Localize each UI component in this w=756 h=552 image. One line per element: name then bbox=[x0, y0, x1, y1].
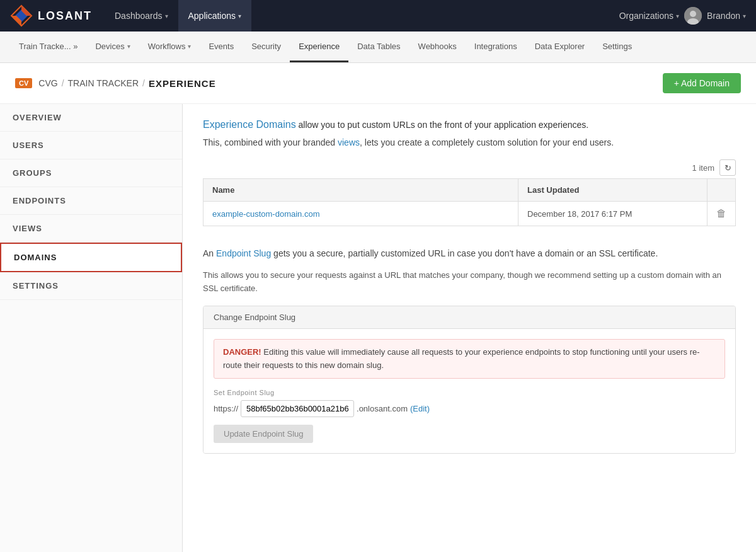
applications-chevron-icon: ▾ bbox=[238, 13, 241, 20]
sidebar-item-overview[interactable]: OVERVIEW bbox=[0, 104, 182, 132]
top-nav: LOSANT Dashboards ▾ Applications ▾ Organ… bbox=[0, 0, 756, 32]
sub-nav-devices[interactable]: Devices ▾ bbox=[86, 32, 139, 62]
devices-chevron-icon: ▾ bbox=[127, 43, 130, 50]
endpoint-slug-sub-description: This allows you to secure your requests … bbox=[203, 269, 736, 296]
breadcrumb: CV CVG / TRAIN TRACKER / EXPERIENCE bbox=[15, 78, 216, 89]
views-link[interactable]: views bbox=[338, 137, 360, 147]
main-content: Experience Domains allow you to put cust… bbox=[183, 104, 756, 552]
sub-nav-experience[interactable]: Experience bbox=[290, 32, 348, 62]
sidebar: OVERVIEW USERS GROUPS ENDPOINTS VIEWS DO… bbox=[0, 104, 183, 552]
update-slug-button[interactable]: Update Endpoint Slug bbox=[214, 425, 313, 443]
last-updated-cell: December 18, 2017 6:17 PM bbox=[518, 202, 707, 226]
sub-nav-workflows[interactable]: Workflows ▾ bbox=[139, 32, 200, 62]
sub-nav-integrations[interactable]: Integrations bbox=[466, 32, 526, 62]
title-description: allow you to put custom URLs on the fron… bbox=[296, 120, 589, 130]
top-nav-user[interactable]: Brandon ▾ bbox=[707, 11, 746, 21]
dashboards-chevron-icon: ▾ bbox=[165, 13, 168, 20]
table-body: example-custom-domain.com December 18, 2… bbox=[203, 202, 736, 226]
col-actions bbox=[707, 179, 736, 202]
svg-point-6 bbox=[690, 11, 696, 17]
breadcrumb-bar: CV CVG / TRAIN TRACKER / EXPERIENCE + Ad… bbox=[0, 63, 756, 104]
slug-input-row: https:// .onlosant.com (Edit) bbox=[214, 400, 725, 417]
domain-name-cell: example-custom-domain.com bbox=[203, 202, 518, 226]
sidebar-item-settings[interactable]: SETTINGS bbox=[0, 272, 182, 300]
endpoint-slug-section: An Endpoint Slug gets you a secure, part… bbox=[203, 246, 736, 454]
organizations-chevron-icon: ▾ bbox=[676, 13, 679, 20]
table-header: Name Last Updated bbox=[203, 179, 736, 202]
endpoint-slug-description: An Endpoint Slug gets you a secure, part… bbox=[203, 246, 736, 262]
slug-edit-link[interactable]: (Edit) bbox=[410, 404, 430, 413]
breadcrumb-org[interactable]: CVG bbox=[38, 78, 57, 88]
sub-nav-webhooks[interactable]: Webhooks bbox=[410, 32, 466, 62]
workflows-chevron-icon: ▾ bbox=[188, 43, 191, 50]
refresh-button[interactable]: ↻ bbox=[719, 159, 736, 176]
sub-nav-data-explorer[interactable]: Data Explorer bbox=[526, 32, 593, 62]
breadcrumb-sep-2: / bbox=[142, 78, 145, 88]
sidebar-item-endpoints[interactable]: ENDPOINTS bbox=[0, 187, 182, 215]
add-domain-button[interactable]: + Add Domain bbox=[663, 73, 741, 93]
sub-nav-events[interactable]: Events bbox=[200, 32, 243, 62]
table-meta: 1 item ↻ bbox=[203, 159, 736, 176]
sub-nav-data-tables[interactable]: Data Tables bbox=[348, 32, 409, 62]
delete-icon[interactable]: 🗑 bbox=[716, 208, 726, 219]
table-count: 1 item bbox=[692, 163, 714, 173]
change-slug-box: Change Endpoint Slug DANGER! Editing thi… bbox=[203, 306, 736, 454]
user-avatar-icon bbox=[684, 7, 702, 25]
domain-name-link[interactable]: example-custom-domain.com bbox=[212, 209, 320, 219]
breadcrumb-sep-1: / bbox=[62, 78, 64, 88]
slug-prefix: https:// bbox=[214, 404, 241, 413]
experience-domains-link[interactable]: Experience Domains bbox=[203, 119, 296, 130]
top-nav-applications[interactable]: Applications ▾ bbox=[178, 0, 252, 32]
col-name: Name bbox=[203, 179, 518, 202]
sub-nav-settings[interactable]: Settings bbox=[593, 32, 641, 62]
sub-nav-security[interactable]: Security bbox=[243, 32, 290, 62]
avatar[interactable] bbox=[684, 7, 702, 25]
top-nav-dashboards[interactable]: Dashboards ▾ bbox=[105, 0, 178, 32]
user-chevron-icon: ▾ bbox=[743, 13, 746, 20]
sidebar-item-groups[interactable]: GROUPS bbox=[0, 159, 182, 187]
actions-cell: 🗑 bbox=[707, 202, 736, 226]
danger-label: DANGER! bbox=[223, 347, 261, 357]
slug-label: Set Endpoint Slug bbox=[214, 389, 725, 396]
change-slug-header: Change Endpoint Slug bbox=[203, 306, 735, 329]
danger-box: DANGER! Editing this value will immediat… bbox=[214, 339, 725, 379]
sidebar-item-views[interactable]: VIEWS bbox=[0, 215, 182, 243]
col-last-updated: Last Updated bbox=[518, 179, 707, 202]
domains-intro: Experience Domains allow you to put cust… bbox=[203, 119, 736, 149]
sub-nav-train-tracker[interactable]: Train Tracke... » bbox=[10, 32, 86, 62]
top-nav-organizations[interactable]: Organizations ▾ bbox=[619, 11, 679, 21]
slug-input[interactable] bbox=[241, 400, 354, 417]
logo-text: LOSANT bbox=[38, 9, 92, 23]
endpoint-slug-link[interactable]: Endpoint Slug bbox=[216, 248, 271, 258]
table-row: example-custom-domain.com December 18, 2… bbox=[203, 202, 736, 226]
danger-text: Editing this value will immediately caus… bbox=[223, 347, 700, 370]
change-slug-body: DANGER! Editing this value will immediat… bbox=[203, 329, 735, 454]
losant-logo-icon bbox=[10, 4, 33, 27]
domains-sub-description: This, combined with your branded views, … bbox=[203, 135, 736, 149]
sidebar-item-users[interactable]: USERS bbox=[0, 132, 182, 159]
top-nav-left: LOSANT Dashboards ▾ Applications ▾ bbox=[10, 0, 251, 32]
breadcrumb-app[interactable]: TRAIN TRACKER bbox=[68, 78, 139, 88]
sidebar-item-domains[interactable]: DOMAINS bbox=[0, 243, 182, 272]
cvg-badge: CV bbox=[15, 78, 32, 88]
domains-table: Name Last Updated example-custom-domain.… bbox=[203, 178, 736, 226]
logo[interactable]: LOSANT bbox=[10, 4, 92, 27]
breadcrumb-current: EXPERIENCE bbox=[149, 78, 216, 89]
slug-suffix: .onlosant.com bbox=[354, 404, 408, 413]
main-layout: OVERVIEW USERS GROUPS ENDPOINTS VIEWS DO… bbox=[0, 104, 756, 552]
top-nav-right: Organizations ▾ Brandon ▾ bbox=[619, 7, 746, 25]
sub-nav: Train Tracke... » Devices ▾ Workflows ▾ … bbox=[0, 32, 756, 63]
